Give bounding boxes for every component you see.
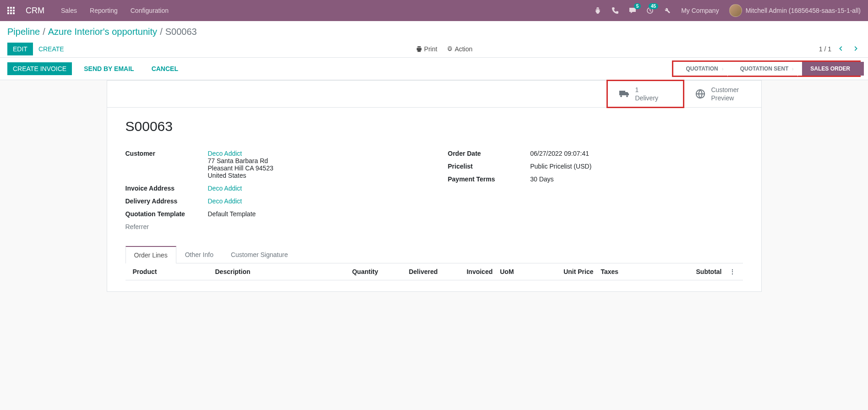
form-sheet: 1 Delivery Customer Preview S00063 Custo… (107, 80, 762, 292)
phone-icon[interactable] (611, 7, 619, 14)
pager: 1 / 1 (819, 44, 861, 55)
brand-title[interactable]: CRM (26, 6, 44, 16)
pager-next[interactable] (851, 44, 861, 55)
nav-menu-configuration[interactable]: Configuration (131, 7, 169, 14)
customer-addr2: Pleasant Hill CA 94523 (208, 164, 273, 172)
breadcrumb: Pipeline / Azure Interior's opportunity … (7, 27, 861, 37)
customer-preview-button[interactable]: Customer Preview (683, 81, 761, 107)
bug-icon[interactable] (594, 7, 601, 14)
customer-label: Customer (126, 150, 208, 157)
stage-quotation[interactable]: QUOTATION (673, 62, 727, 76)
th-product: Product (129, 268, 212, 275)
status-row: CREATE INVOICE SEND BY EMAIL CANCEL QUOT… (0, 58, 868, 80)
activities-badge: 45 (649, 3, 658, 9)
action-button[interactable]: Action (447, 45, 473, 53)
th-quantity: Quantity (327, 268, 382, 275)
edit-button[interactable]: EDIT (7, 43, 33, 55)
breadcrumb-pipeline[interactable]: Pipeline (7, 27, 40, 37)
pricelist-value: Public Pricelist (USD) (530, 163, 592, 170)
th-unit-price: Unit Price (542, 268, 597, 275)
globe-icon (695, 89, 706, 99)
breadcrumb-opportunity[interactable]: Azure Interior's opportunity (48, 27, 157, 37)
order-date-label: Order Date (448, 150, 530, 157)
tab-order-lines[interactable]: Order Lines (126, 246, 176, 263)
apps-icon[interactable] (7, 7, 15, 14)
payment-terms-value: 30 Days (530, 175, 554, 183)
th-subtotal: Subtotal (671, 268, 726, 275)
pager-prev[interactable] (836, 44, 846, 55)
messages-icon[interactable]: 5 (629, 7, 636, 14)
company-switcher[interactable]: My Company (681, 7, 719, 14)
control-panel: Pipeline / Azure Interior's opportunity … (0, 21, 868, 58)
customer-addr3: United States (208, 172, 273, 179)
tools-icon[interactable] (664, 7, 671, 14)
nav-menu-reporting[interactable]: Reporting (90, 7, 118, 14)
th-delivered: Delivered (382, 268, 442, 275)
nav-menu-sales[interactable]: Sales (61, 7, 77, 14)
customer-addr1: 77 Santa Barbara Rd (208, 157, 273, 164)
stage-sales-order[interactable]: SALES ORDER (797, 62, 859, 76)
th-description: Description (212, 268, 327, 275)
quotation-template-value: Default Template (208, 210, 256, 218)
invoice-address-label: Invoice Address (126, 185, 208, 192)
status-stages: QUOTATION QUOTATION SENT SALES ORDER (672, 60, 861, 77)
tab-customer-signature[interactable]: Customer Signature (222, 246, 297, 263)
pager-text: 1 / 1 (819, 45, 831, 53)
delivery-label: Delivery (635, 94, 659, 102)
invoice-address-link[interactable]: Deco Addict (208, 185, 242, 192)
truck-icon (619, 89, 630, 99)
user-name: Mitchell Admin (16856458-saas-15-1-all) (746, 7, 861, 14)
referrer-label: Referrer (126, 223, 208, 230)
th-more-icon[interactable]: ⋮ (726, 268, 739, 275)
cancel-button[interactable]: CANCEL (146, 62, 184, 75)
delivery-count: 1 (635, 86, 659, 94)
breadcrumb-current: S00063 (165, 27, 197, 37)
order-date-value: 06/27/2022 09:07:41 (530, 150, 589, 157)
payment-terms-label: Payment Terms (448, 175, 530, 183)
messages-badge: 5 (634, 3, 641, 9)
activities-icon[interactable]: 45 (646, 7, 654, 14)
quotation-template-label: Quotation Template (126, 210, 208, 218)
tabs: Order Lines Other Info Customer Signatur… (126, 246, 743, 263)
top-navbar: CRM Sales Reporting Configuration 5 45 M… (0, 0, 868, 21)
delivery-address-link[interactable]: Deco Addict (208, 197, 242, 205)
stage-quotation-sent[interactable]: QUOTATION SENT (727, 62, 798, 76)
order-lines-header: Product Description Quantity Delivered I… (126, 263, 743, 280)
pricelist-label: Pricelist (448, 163, 530, 170)
avatar (729, 4, 742, 17)
delivery-address-label: Delivery Address (126, 197, 208, 205)
th-invoiced: Invoiced (442, 268, 497, 275)
customer-link[interactable]: Deco Addict (208, 150, 242, 157)
send-email-button[interactable]: SEND BY EMAIL (78, 62, 139, 75)
create-button[interactable]: CREATE (33, 43, 70, 55)
delivery-stat-button[interactable]: 1 Delivery (606, 80, 684, 108)
th-taxes: Taxes (597, 268, 671, 275)
user-menu[interactable]: Mitchell Admin (16856458-saas-15-1-all) (729, 4, 861, 17)
document-title: S00063 (126, 119, 743, 134)
print-button[interactable]: Print (416, 45, 437, 53)
create-invoice-button[interactable]: CREATE INVOICE (7, 62, 72, 75)
tab-other-info[interactable]: Other Info (176, 246, 222, 263)
th-uom: UoM (497, 268, 542, 275)
